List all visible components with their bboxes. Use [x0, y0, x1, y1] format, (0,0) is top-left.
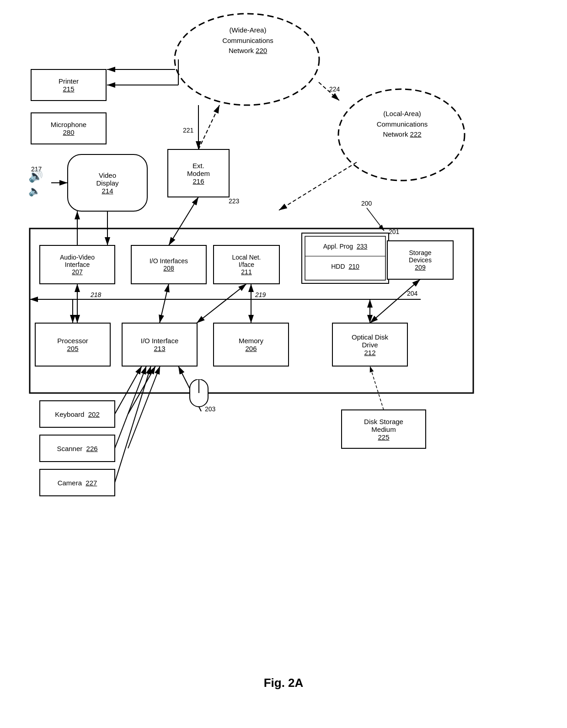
printer-box: Printer 215	[31, 69, 106, 101]
keyboard-box: Keyboard 202	[40, 401, 115, 427]
camera-box: Camera 227	[40, 469, 115, 496]
svg-line-48	[370, 366, 384, 410]
appl-prog-box: Appl. Prog 233	[305, 236, 385, 256]
memory-box: Memory206	[214, 323, 289, 366]
speaker-icon-2: 🔈	[28, 185, 41, 197]
svg-line-25	[279, 162, 357, 210]
svg-point-19	[175, 14, 319, 105]
svg-line-32	[197, 284, 246, 323]
optical-disk-drive-box: Optical DiskDrive212	[332, 323, 407, 366]
svg-line-43	[115, 366, 146, 448]
wan-number: 220	[256, 47, 267, 54]
microphone-box: Microphone280	[31, 113, 106, 144]
svg-text:201: 201	[389, 228, 400, 235]
audio-video-interface-box: Audio-VideoInterface207	[40, 245, 115, 284]
diagram: 217 221 223 224 200 201 218 219 204 203 …	[0, 0, 567, 704]
ext-modem-box: Ext.Modem216	[168, 149, 229, 197]
hdd-box: HDD 210	[305, 256, 385, 276]
video-display-box: VideoDisplay214	[68, 154, 147, 211]
local-net-iface-box: Local Net.I/face211	[214, 245, 279, 284]
svg-line-26	[319, 82, 339, 101]
svg-text:200: 200	[361, 200, 372, 207]
svg-line-31	[160, 284, 169, 323]
svg-text:219: 219	[255, 291, 266, 298]
svg-point-20	[338, 89, 465, 181]
svg-line-34	[370, 279, 420, 323]
svg-text:224: 224	[329, 85, 340, 93]
mouse-icon	[185, 379, 213, 416]
lan-number: 222	[410, 130, 422, 138]
svg-text:218: 218	[90, 291, 102, 298]
svg-line-42	[115, 366, 142, 414]
scanner-box: Scanner 226	[40, 435, 115, 462]
svg-line-44	[115, 366, 151, 483]
lan-cloud-label: (Local-Area)CommunicationsNetwork 222	[360, 109, 444, 140]
wan-cloud-label: (Wide-Area)CommunicationsNetwork 220	[182, 25, 314, 56]
disk-storage-medium-box: Disk StorageMedium225	[342, 410, 426, 448]
svg-text:223: 223	[229, 197, 240, 205]
svg-line-24	[198, 105, 219, 149]
svg-text:204: 204	[407, 290, 418, 297]
processor-box: Processor205	[35, 323, 110, 366]
svg-text:221: 221	[183, 127, 194, 134]
storage-devices-box: StorageDevices209	[387, 241, 453, 279]
svg-line-46	[128, 366, 160, 448]
svg-line-57	[367, 208, 384, 231]
svg-line-30	[169, 197, 198, 245]
figure-caption: Fig. 2A	[0, 676, 567, 690]
io-interfaces-box: I/O Interfaces208	[131, 245, 206, 284]
speaker-icon: 🔊	[28, 169, 43, 183]
svg-line-45	[128, 366, 155, 414]
io-interface-213-box: I/O Interface213	[122, 323, 197, 366]
